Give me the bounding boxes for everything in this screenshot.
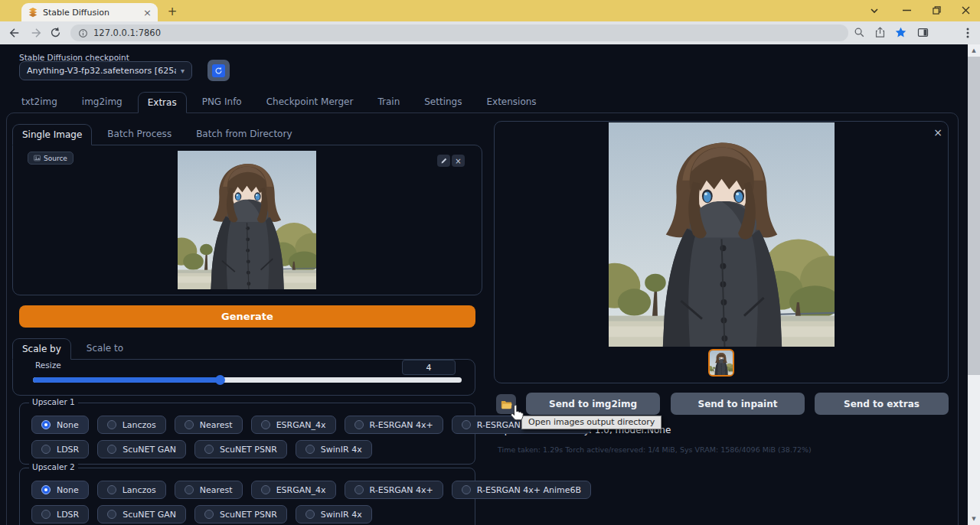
- radio-r-esrgan-anime6b[interactable]: R-ESRGAN 4x+ Anime6B: [452, 481, 591, 499]
- radio-dot: [354, 420, 364, 429]
- radio-scunet-gan[interactable]: ScuNET GAN: [97, 505, 186, 523]
- reload-button[interactable]: [49, 26, 63, 40]
- radio-dot: [41, 420, 51, 429]
- browser-tab[interactable]: Stable Diffusion ×: [21, 3, 158, 21]
- scrollbar-down-icon[interactable]: ▼: [968, 513, 980, 525]
- radio-label: ESRGAN_4x: [276, 420, 326, 430]
- radio-label: SwinIR 4x: [321, 510, 362, 520]
- minimize-button[interactable]: [900, 4, 913, 17]
- search-icon[interactable]: [853, 26, 867, 40]
- radio-dot: [204, 510, 214, 519]
- upscaler-1-legend: Upscaler 1: [29, 397, 78, 406]
- radio-ldsr[interactable]: LDSR: [31, 440, 89, 458]
- radio-label: ScuNET PSNR: [220, 510, 277, 520]
- chevron-down-icon: ▾: [181, 67, 185, 75]
- radio-esrgan-4x[interactable]: ESRGAN_4x: [251, 481, 336, 499]
- radio-r-esrgan-4x[interactable]: R-ESRGAN 4x+: [345, 416, 443, 434]
- mouse-cursor: [510, 404, 524, 421]
- output-image[interactable]: [609, 122, 835, 347]
- slider-thumb[interactable]: [215, 375, 225, 385]
- edit-pencil-icon[interactable]: [437, 155, 450, 167]
- bookmark-star-icon[interactable]: [894, 26, 908, 40]
- radio-scunet-psnr[interactable]: ScuNET PSNR: [194, 440, 287, 458]
- browser-titlebar: Stable Diffusion × +: [0, 0, 980, 21]
- tab-single-image[interactable]: Single Image: [12, 124, 92, 145]
- checkpoint-dropdown[interactable]: Anything-V3-fp32.safetensors [625a2ba2] …: [19, 61, 192, 80]
- tab-title: Stable Diffusion: [43, 8, 139, 18]
- send-to-inpaint-button[interactable]: Send to inpaint: [671, 393, 805, 415]
- radio-label: R-ESRGAN 4x+: [370, 420, 433, 430]
- radio-scunet-gan[interactable]: ScuNET GAN: [97, 440, 186, 458]
- tab-extras[interactable]: Extras: [138, 92, 187, 113]
- tab-png-info[interactable]: PNG Info: [193, 92, 251, 113]
- tab-scale-by[interactable]: Scale by: [12, 338, 71, 360]
- radio-label: ESRGAN_4x: [276, 485, 326, 495]
- upscaler-2-legend: Upscaler 2: [29, 462, 78, 471]
- tab-settings[interactable]: Settings: [415, 92, 471, 113]
- radio-dot: [107, 420, 116, 429]
- radio-label: R-ESRGAN 4x+ Anime6B: [477, 485, 581, 495]
- tab-img2img[interactable]: img2img: [73, 92, 132, 113]
- close-window-button[interactable]: [959, 4, 972, 17]
- radio-label: ScuNET GAN: [122, 510, 176, 520]
- tab-train[interactable]: Train: [368, 92, 409, 113]
- window-chevron-icon[interactable]: [867, 4, 881, 17]
- radio-nearest[interactable]: Nearest: [175, 481, 243, 499]
- radio-swinir-4x[interactable]: SwinIR 4x: [296, 505, 372, 523]
- radio-swinir-4x[interactable]: SwinIR 4x: [296, 440, 372, 458]
- upscaler-1-row-1: None Lanczos Nearest ESRGAN_4x R-ESRGAN …: [31, 416, 591, 434]
- clear-source-icon[interactable]: ×: [452, 155, 465, 167]
- resize-number-input[interactable]: 4: [402, 360, 456, 375]
- tab-close-icon[interactable]: ×: [143, 8, 152, 18]
- radio-none[interactable]: None: [31, 416, 89, 434]
- new-tab-button[interactable]: +: [165, 5, 179, 18]
- scrollbar-thumb[interactable]: [968, 57, 980, 375]
- side-panel-icon[interactable]: [916, 26, 930, 40]
- send-to-img2img-button[interactable]: Send to img2img: [526, 393, 660, 415]
- source-image: [178, 151, 316, 289]
- radio-nearest[interactable]: Nearest: [175, 416, 243, 434]
- slider-fill: [33, 377, 220, 383]
- gallery-thumbnail[interactable]: [708, 349, 734, 377]
- url-bar[interactable]: 127.0.0.1:7860: [70, 24, 848, 41]
- radio-dot: [305, 445, 315, 454]
- menu-kebab-icon[interactable]: [962, 27, 975, 41]
- tab-checkpoint-merger[interactable]: Checkpoint Merger: [257, 92, 363, 113]
- tab-extensions[interactable]: Extensions: [477, 92, 545, 113]
- radio-dot: [462, 420, 471, 429]
- radio-label: SwinIR 4x: [321, 445, 362, 455]
- tab-batch-process[interactable]: Batch Process: [98, 124, 181, 145]
- tab-scale-to[interactable]: Scale to: [77, 338, 132, 360]
- radio-label: None: [57, 485, 79, 495]
- maximize-button[interactable]: [929, 4, 943, 17]
- scrollbar-up-icon[interactable]: ▲: [968, 44, 980, 57]
- radio-label: None: [57, 420, 79, 430]
- back-button[interactable]: [8, 26, 21, 40]
- radio-dot: [107, 510, 116, 519]
- gallery-close-icon[interactable]: ×: [931, 126, 945, 139]
- tab-batch-from-directory[interactable]: Batch from Directory: [187, 124, 301, 145]
- radio-esrgan-4x[interactable]: ESRGAN_4x: [251, 416, 336, 434]
- radio-dot: [261, 485, 270, 494]
- image-icon: [34, 155, 41, 161]
- site-info-icon[interactable]: [78, 28, 88, 38]
- page-scrollbar[interactable]: ▲ ▼: [968, 44, 980, 525]
- main-tab-bar: txt2img img2img Extras PNG Info Checkpoi…: [12, 92, 546, 113]
- radio-scunet-psnr[interactable]: ScuNET PSNR: [194, 505, 287, 523]
- radio-none[interactable]: None: [31, 481, 89, 499]
- radio-lanczos[interactable]: Lanczos: [97, 416, 166, 434]
- tab-txt2img[interactable]: txt2img: [12, 92, 67, 113]
- radio-dot: [107, 445, 116, 454]
- radio-r-esrgan-4x[interactable]: R-ESRGAN 4x+: [345, 481, 443, 499]
- forward-button[interactable]: [29, 26, 43, 40]
- radio-dot: [41, 510, 51, 519]
- share-icon[interactable]: [874, 26, 887, 40]
- refresh-checkpoint-button[interactable]: [207, 60, 230, 81]
- radio-dot: [107, 485, 116, 494]
- send-to-extras-button[interactable]: Send to extras: [815, 393, 949, 415]
- generate-button[interactable]: Generate: [19, 305, 475, 328]
- radio-ldsr[interactable]: LDSR: [31, 505, 89, 523]
- resize-slider[interactable]: [33, 377, 462, 383]
- radio-lanczos[interactable]: Lanczos: [97, 481, 166, 499]
- upscaler-1-row-2: LDSR ScuNET GAN ScuNET PSNR SwinIR 4x: [31, 440, 372, 458]
